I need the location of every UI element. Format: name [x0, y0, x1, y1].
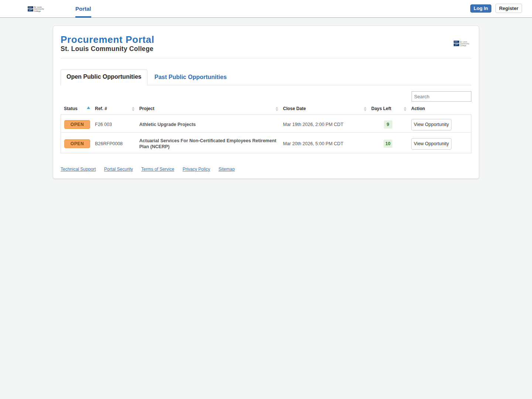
svg-text:College: College [460, 44, 466, 47]
svg-text:College: College [34, 10, 41, 12]
